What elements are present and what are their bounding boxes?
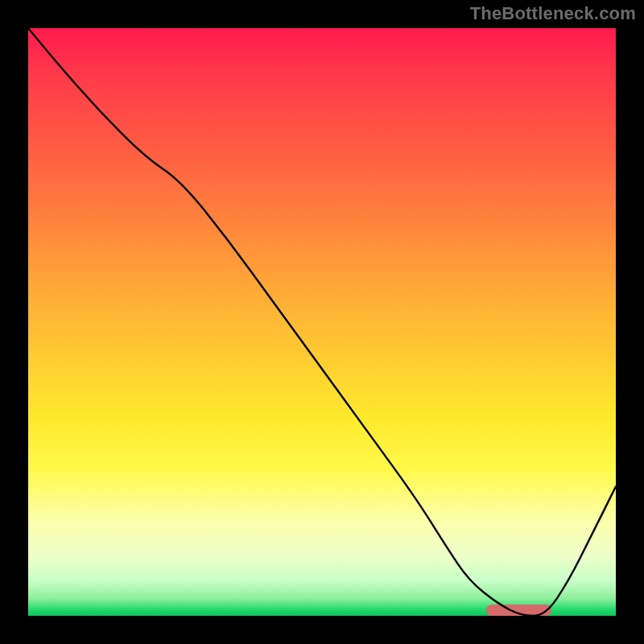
watermark-text: TheBottleneck.com xyxy=(470,3,636,24)
bottleneck-curve xyxy=(28,28,616,616)
plot-area xyxy=(28,28,616,616)
chart-frame: TheBottleneck.com xyxy=(0,0,644,644)
optimal-range-marker xyxy=(486,605,551,616)
